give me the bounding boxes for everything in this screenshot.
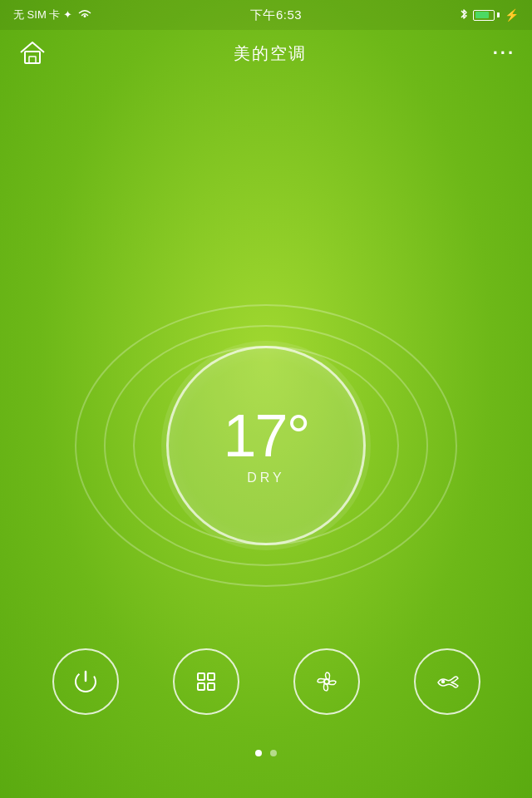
- circles-container[interactable]: 17° DRY: [66, 288, 466, 603]
- svg-rect-7: [208, 683, 214, 690]
- bottom-controls: [0, 648, 532, 715]
- status-bar: 无 SIM 卡 ✦ 下午6:53 ⚡: [0, 0, 532, 30]
- status-time: 下午6:53: [250, 7, 302, 23]
- bluetooth-icon: [460, 7, 468, 23]
- home-button[interactable]: [17, 37, 48, 69]
- svg-rect-6: [198, 683, 204, 690]
- svg-rect-4: [198, 673, 204, 680]
- page-dot-2[interactable]: [270, 750, 277, 756]
- charging-icon: ⚡: [505, 8, 519, 22]
- fan-button[interactable]: [293, 648, 360, 715]
- status-right: ⚡: [460, 7, 519, 23]
- menu-button[interactable]: [173, 648, 239, 715]
- svg-point-8: [324, 679, 329, 684]
- page-indicators: [0, 750, 532, 756]
- battery-fill: [475, 12, 490, 18]
- temperature-value: 17°: [224, 406, 309, 466]
- page-dot-1[interactable]: [255, 750, 262, 756]
- svg-rect-5: [208, 673, 214, 680]
- battery-icon: [473, 10, 500, 21]
- nav-title: 美的空调: [234, 42, 307, 65]
- svg-point-9: [441, 681, 444, 683]
- sleep-button[interactable]: [414, 648, 480, 715]
- svg-rect-0: [25, 52, 40, 63]
- status-left: 无 SIM 卡 ✦: [13, 7, 92, 22]
- sim-status: 无 SIM 卡 ✦: [13, 7, 72, 22]
- mode-label: DRY: [247, 470, 285, 485]
- nav-bar: 美的空调 ···: [0, 30, 532, 76]
- more-button[interactable]: ···: [493, 42, 515, 64]
- power-button[interactable]: [52, 648, 119, 715]
- battery-tip: [497, 12, 500, 17]
- svg-rect-1: [29, 57, 36, 63]
- temperature-circle[interactable]: 17° DRY: [166, 346, 366, 545]
- wifi-icon: [77, 8, 92, 22]
